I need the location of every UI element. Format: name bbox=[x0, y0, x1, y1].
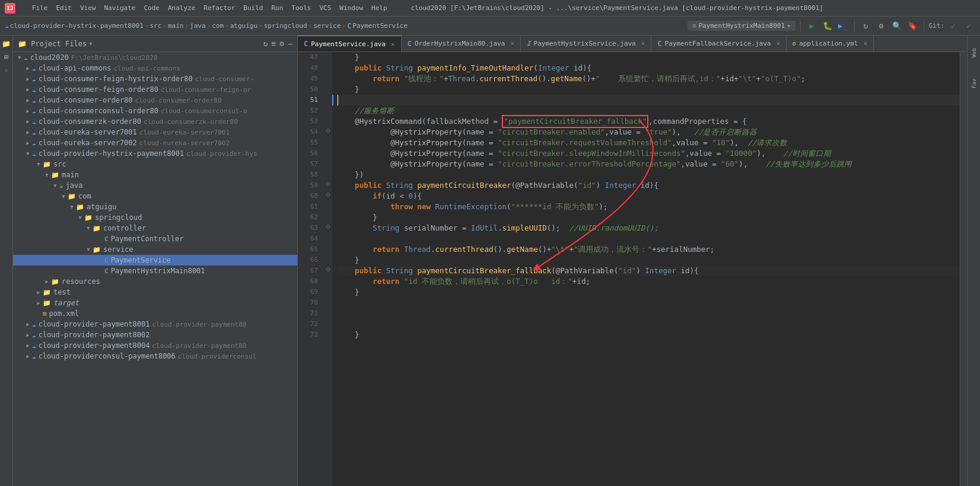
tree-PaymentController[interactable]: ▶ C PaymentController bbox=[13, 234, 297, 244]
code-editor[interactable]: 47 48 49 50 51 52 53 54 55 56 57 58 59 6… bbox=[298, 52, 967, 486]
tree-eureka7002[interactable]: ▶ ☁ cloud-eureka-server7002 cloud-eureka… bbox=[13, 138, 297, 148]
tree-resources[interactable]: ▶ 📁 resources bbox=[13, 276, 297, 287]
git-label: Git: bbox=[929, 22, 945, 30]
tab-label-PaymentFallbackService: PaymentFallbackService.java bbox=[665, 40, 771, 47]
tree-src[interactable]: ▼ 📁 src bbox=[13, 159, 297, 170]
code-line-72 bbox=[337, 319, 960, 330]
tree-consumer-feign-order80[interactable]: ▶ ☁ cloud-consumer-feign-order80 cloud-c… bbox=[13, 84, 297, 95]
breadcrumb-service[interactable]: service bbox=[313, 22, 341, 30]
menu-refactor[interactable]: Refactor bbox=[203, 4, 235, 12]
menu-file[interactable]: File bbox=[32, 4, 48, 12]
breadcrumb-classname[interactable]: PaymentService bbox=[352, 22, 408, 30]
right-scrollbar[interactable] bbox=[960, 52, 967, 486]
line-60: 60 bbox=[298, 191, 320, 202]
breadcrumb-sep6: › bbox=[259, 22, 263, 30]
tree-test[interactable]: ▶ 📁 test bbox=[13, 287, 297, 298]
collapse-all-icon[interactable]: ≡ bbox=[272, 39, 276, 48]
line-65: 65 bbox=[298, 244, 320, 255]
code-line-60: if(id < 0){ bbox=[337, 191, 960, 202]
menu-vcs[interactable]: VCS bbox=[319, 4, 331, 12]
tree-target[interactable]: ▶ 📁 target bbox=[13, 298, 297, 308]
tab-close-PaymentFallbackService[interactable]: × bbox=[776, 40, 780, 47]
tab-application-yml[interactable]: ⚙ application.yml × bbox=[787, 36, 874, 52]
bookmark-button[interactable]: 🔖 bbox=[906, 20, 919, 33]
line-61: 61 bbox=[298, 202, 320, 212]
menu-edit[interactable]: Edit bbox=[56, 4, 72, 12]
api-commons-path: cloud-api-commons bbox=[113, 65, 180, 72]
menu-run[interactable]: Run bbox=[271, 4, 283, 12]
tab-close-application-yml[interactable]: × bbox=[863, 40, 867, 47]
breadcrumb-main[interactable]: main bbox=[168, 22, 184, 30]
tree-pom[interactable]: ▶ m pom.xml bbox=[13, 308, 297, 319]
tab-close-PaymentService[interactable]: × bbox=[391, 40, 395, 48]
menu-view[interactable]: View bbox=[80, 4, 96, 12]
git-check2[interactable]: ✓ bbox=[962, 20, 975, 33]
tree-consumerconsul[interactable]: ▶ ☁ cloud-consumerconsul-order80 cloud-c… bbox=[13, 105, 297, 116]
tree-eureka7001[interactable]: ▶ ☁ cloud-eureka-server7001 cloud-eureka… bbox=[13, 127, 297, 138]
tree-consumer-order80[interactable]: ▶ ☁ cloud-consumer-order80 cloud-consume… bbox=[13, 95, 297, 105]
breadcrumb-module[interactable]: cloud-provider-hystrix-payment8001 bbox=[10, 22, 144, 30]
project-panel-icon[interactable]: 📁 bbox=[1, 38, 12, 50]
code-line-51 bbox=[337, 95, 960, 105]
tree-com[interactable]: ▼ 📁 com bbox=[13, 191, 297, 202]
menu-analyze[interactable]: Analyze bbox=[168, 4, 195, 12]
menu-navigate[interactable]: Navigate bbox=[104, 4, 136, 12]
favorites-panel-icon[interactable]: Fav bbox=[969, 69, 979, 98]
structure-icon[interactable]: ⊞ bbox=[1, 51, 12, 63]
breadcrumb-springcloud[interactable]: springcloud bbox=[264, 22, 307, 30]
tree-provider-payment8002[interactable]: ▶ ☁ cloud-provider-payment8002 bbox=[13, 330, 297, 340]
hide-sidebar-icon[interactable]: — bbox=[288, 39, 292, 48]
tree-consumerzk[interactable]: ▶ ☁ cloud-consumerzk-order80 cloud-consu… bbox=[13, 116, 297, 127]
tree-controller[interactable]: ▼ 📁 controller bbox=[13, 223, 297, 234]
tab-OrderHystrixMain80[interactable]: C OrderHystrixMain80.java × bbox=[402, 36, 521, 52]
tree-consumer-feign-hystrix[interactable]: ▶ ☁ cloud-consumer-feign-hystrix-order80… bbox=[13, 73, 297, 84]
breadcrumb-sep8: › bbox=[342, 22, 346, 30]
code-content[interactable]: } public String paymentInfo_TimeOutHandl… bbox=[332, 52, 960, 486]
run-config-dropdown[interactable]: ⚙ PaymentHystrixMain8001 ▼ bbox=[688, 21, 796, 31]
tab-close-PaymentHystrixService[interactable]: × bbox=[641, 40, 645, 47]
tree-provider-payment8004[interactable]: ▶ ☁ cloud-provider-payment8004 cloud-pro… bbox=[13, 340, 297, 351]
menu-tools[interactable]: Tools bbox=[291, 4, 311, 12]
tree-cloud2020[interactable]: ▼ ☁ cloud2020 F:\JetBrains\cloud2020 bbox=[13, 52, 297, 63]
breadcrumb-java[interactable]: java bbox=[190, 22, 206, 30]
tree-atguigu[interactable]: ▼ 📁 atguigu bbox=[13, 202, 297, 212]
search-button[interactable]: 🔍 bbox=[890, 20, 903, 33]
tree-PaymentHystrixMain[interactable]: ▶ C PaymentHystrixMain8001 bbox=[13, 266, 297, 276]
menu-window[interactable]: Window bbox=[339, 4, 363, 12]
tab-PaymentHystrixService[interactable]: I PaymentHystrixService.java × bbox=[521, 36, 651, 52]
tab-close-OrderHystrixMain80[interactable]: × bbox=[510, 40, 514, 47]
breadcrumb-src[interactable]: src bbox=[149, 22, 161, 30]
tree-main[interactable]: ▼ 📁 main bbox=[13, 170, 297, 180]
tree-java[interactable]: ▼ ☕ java bbox=[13, 180, 297, 191]
menu-build[interactable]: Build bbox=[243, 4, 263, 12]
run-with-coverage-button[interactable]: ▶̲ bbox=[836, 20, 849, 33]
bookmarks-icon[interactable]: ☆ bbox=[1, 64, 12, 76]
tab-PaymentFallbackService[interactable]: C PaymentFallbackService.java × bbox=[651, 36, 787, 52]
tree-provider-hystrix[interactable]: ▼ ☁ cloud-provider-hystrix-payment8001 c… bbox=[13, 148, 297, 159]
pom-icon: m bbox=[43, 310, 47, 318]
breadcrumb-atguigu[interactable]: atguigu bbox=[230, 22, 257, 30]
line-67: 67 bbox=[298, 266, 320, 276]
run-config-icon: ⚙ bbox=[692, 22, 696, 30]
sidebar-dropdown-arrow[interactable]: ▼ bbox=[89, 41, 92, 47]
breadcrumb-com[interactable]: com bbox=[212, 22, 224, 30]
web-panel-icon[interactable]: Web bbox=[969, 38, 979, 68]
menu-help[interactable]: Help bbox=[371, 4, 387, 12]
tree-providerconsul[interactable]: ▶ ☁ cloud-providerconsul-payment8006 clo… bbox=[13, 351, 297, 362]
debug-button[interactable]: 🐛 bbox=[821, 20, 834, 33]
tree-service-folder[interactable]: ▼ 📁 service bbox=[13, 244, 297, 255]
sidebar-settings-icon[interactable]: ⚙ bbox=[279, 39, 284, 48]
sync-icon[interactable]: ↻ bbox=[263, 39, 268, 48]
run-button[interactable]: ▶ bbox=[806, 20, 819, 33]
line-57: 57 bbox=[298, 159, 320, 170]
tree-PaymentService[interactable]: ▶ C PaymentService bbox=[13, 255, 297, 266]
tree-provider-payment8001[interactable]: ▶ ☁ cloud-provider-payment8001 cloud-pro… bbox=[13, 319, 297, 330]
tree-api-commons[interactable]: ▶ ☁ cloud-api-commons cloud-api-commons bbox=[13, 63, 297, 73]
menu-code[interactable]: Code bbox=[144, 4, 160, 12]
git-check1[interactable]: ✓ bbox=[947, 20, 960, 33]
tab-PaymentService[interactable]: C PaymentService.java × bbox=[298, 36, 402, 52]
tree-springcloud[interactable]: ▼ 📁 springcloud bbox=[13, 212, 297, 223]
api-commons-icon: ☁ bbox=[32, 65, 36, 72]
refresh-button[interactable]: ↻ bbox=[860, 20, 873, 33]
settings-button[interactable]: ⚙ bbox=[875, 20, 888, 33]
